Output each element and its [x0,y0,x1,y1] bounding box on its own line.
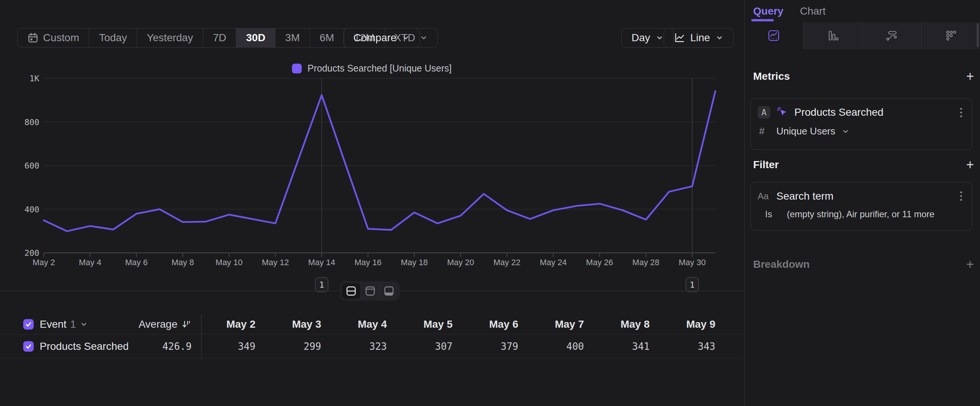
add-breakdown-button[interactable]: + [966,258,974,271]
x-axis-label: May 26 [586,258,613,267]
add-metric-button[interactable]: + [966,70,974,83]
visualization-tabs [745,22,980,49]
table-cell-value: 400 [530,341,595,352]
table-date-column-header[interactable]: May 7 [530,318,595,330]
y-axis-label: 400 [24,205,39,214]
x-axis-label: May 4 [79,258,102,267]
line-chart-icon [674,32,685,43]
filter-value[interactable]: (empty string), Air purifier, or 11 more [787,209,934,220]
x-axis-label: May 10 [216,258,243,267]
table-cell-value: 307 [398,341,464,352]
table-date-column-header[interactable]: May 4 [332,318,398,330]
metric-options-kebab-icon[interactable] [957,107,965,119]
row-checkbox[interactable] [23,341,34,352]
y-axis-label: 200 [24,248,39,258]
filter-options-kebab-icon[interactable] [957,190,965,202]
tab-query[interactable]: Query [753,5,783,17]
results-table: Event 1 Average May 2May 3May 4May 5May … [0,315,743,359]
chevron-down-icon [842,127,850,135]
x-axis-label: May 2 [33,258,55,267]
viz-tab-flows[interactable] [862,22,922,48]
line-chart-box-icon [767,29,780,42]
range-7d[interactable]: 7D [203,29,237,47]
x-axis-label: May 8 [172,258,194,267]
x-axis-label: May 16 [355,258,382,267]
metric-letter-badge: A [758,106,770,119]
chevron-down-icon [655,34,664,42]
panel-tabs: Query Chart [745,0,980,22]
range-today[interactable]: Today [89,29,137,47]
range-yesterday[interactable]: Yesterday [137,29,203,47]
active-tab-underline [751,19,774,21]
range-custom[interactable]: Custom [18,29,89,47]
legend-label: Products Searched [Unique Users] [308,63,452,74]
chevron-down-icon [80,320,88,328]
y-axis-label: 1K [30,74,40,83]
panel-scrollbar[interactable] [977,23,979,47]
range-30d-selected[interactable]: 30D [236,29,275,47]
table-cell-value: 341 [595,341,661,352]
event-column-header[interactable]: Event 1 [40,318,128,330]
table-header-dates: May 2May 3May 4May 5May 6May 7May 8May 9 [201,318,727,330]
chart-legend: Products Searched [Unique Users] [0,63,743,74]
table-date-column-header[interactable]: May 3 [267,318,333,330]
layout-table-only-button[interactable] [379,283,398,299]
metric-card[interactable]: A Products Searched # Unique Users [751,98,972,150]
tab-chart[interactable]: Chart [800,5,826,17]
filter-section-header: Filter + [753,158,974,172]
filter-operator[interactable]: Is [765,209,781,220]
table-cell-value: 343 [661,341,727,352]
table-date-column-header[interactable]: May 2 [201,318,267,330]
viz-tab-bar-chart[interactable] [804,22,863,48]
top-panel-view-icon [364,285,376,297]
range-3m[interactable]: 3M [275,29,310,47]
row-series-name[interactable]: Products Searched [Un... [40,341,128,352]
compare-button[interactable]: Compare [343,28,420,48]
aggregation-symbol: # [759,126,770,137]
layout-toggle-group [340,281,400,301]
grid-dots-icon [945,29,957,42]
x-axis-label: May 18 [401,258,428,267]
chart-type-button[interactable]: Line [664,28,734,48]
string-property-icon: Aa [758,191,770,202]
split-view-icon [345,285,357,297]
sort-descending-icon [181,319,192,330]
viz-tab-grid-dots[interactable] [922,22,980,48]
add-filter-button[interactable]: + [966,158,974,172]
table-date-column-header[interactable]: May 5 [398,318,464,330]
table-column-divider [201,315,202,359]
filter-property-name: Search term [776,190,951,202]
table-date-column-header[interactable]: May 9 [661,318,727,330]
range-6m[interactable]: 6M [310,29,344,47]
filter-card[interactable]: Aa Search term Is (empty string), Air pu… [751,182,972,231]
y-axis-label: 800 [24,118,39,127]
layout-split-button[interactable] [342,283,361,299]
event-count: 1 [70,318,76,330]
average-column-header[interactable]: Average [128,318,201,330]
table-cell-value: 379 [464,341,530,352]
analytics-app: Custom Today Yesterday 7D 30D 3M 6M 12M … [0,0,980,406]
layout-chart-only-button[interactable] [361,283,379,299]
x-axis-label: May 24 [540,258,567,267]
aggregation-selector[interactable]: Unique Users [776,126,835,137]
series-line [44,91,715,231]
check-icon [25,321,32,328]
metric-name: Products Searched [794,107,951,118]
table-cell-value: 323 [332,341,398,352]
annotation-badge-count: 1 [319,280,324,290]
range-custom-label: Custom [43,32,79,44]
table-date-column-header[interactable]: May 6 [464,318,530,330]
flows-icon [885,29,898,42]
x-axis-label: May 22 [493,258,520,267]
x-axis-label: May 6 [125,258,148,267]
table-row-values: 349299323307379400341343 [201,341,727,352]
chevron-down-icon [715,34,724,42]
check-icon [25,343,32,350]
x-axis-label: May 14 [308,258,335,267]
select-all-checkbox[interactable] [23,319,34,330]
row-average-value: 426.9 [128,341,201,352]
viz-tab-line-chart[interactable] [745,22,804,49]
report-main-area: Custom Today Yesterday 7D 30D 3M 6M 12M … [0,0,744,406]
x-axis-label: May 20 [447,258,474,267]
table-date-column-header[interactable]: May 8 [595,318,661,330]
